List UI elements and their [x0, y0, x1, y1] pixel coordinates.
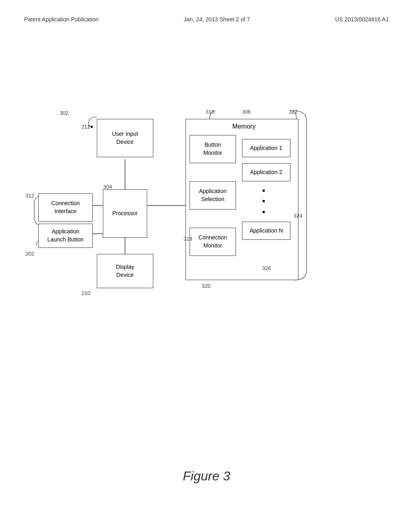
- application-1-box: Application 1: [242, 139, 290, 157]
- user-input-device-box: User Input Device: [97, 119, 153, 157]
- connection-interface-box: Connection Interface: [38, 193, 93, 222]
- processor-box: Processor: [103, 189, 147, 238]
- page-header: Patent Application Publication Jan. 24, …: [0, 0, 413, 23]
- application-launch-button-box: Application Launch Button: [38, 224, 93, 248]
- label-202: 202: [25, 251, 34, 257]
- connection-monitor-box: Connection Monitor: [190, 228, 236, 256]
- memory-label: Memory: [218, 123, 270, 130]
- label-318: 318: [184, 236, 192, 242]
- application-selection-box: Application Selection: [190, 181, 236, 210]
- label-320: 320: [202, 283, 211, 289]
- label-322: 322: [289, 109, 298, 115]
- label-312: 312: [25, 193, 34, 199]
- label-306: 306: [242, 109, 251, 115]
- label-302: 302: [60, 110, 69, 116]
- application-n-box: Application N: [242, 222, 290, 240]
- label-324: 324: [294, 213, 302, 219]
- application-2-box: Application 2: [242, 163, 290, 181]
- header-middle: Jan. 24, 2013 Sheet 2 of 7: [184, 16, 250, 23]
- display-device-box: Display Device: [97, 254, 153, 288]
- label-316: 316: [206, 109, 215, 115]
- button-monitor-box: Button Monitor: [190, 135, 236, 163]
- header-right: US 2013/0024816 A1: [335, 16, 389, 23]
- diagram-area: User Input Device Connection Interface A…: [0, 97, 413, 379]
- arrow-302: ◄: [89, 124, 94, 129]
- header-left: Patent Application Publication: [24, 16, 98, 23]
- label-210: 210: [81, 290, 90, 296]
- label-326: 326: [262, 265, 271, 271]
- label-304: 304: [103, 184, 112, 190]
- figure-caption: Figure 3: [0, 469, 413, 484]
- application-dots: •••: [262, 185, 266, 217]
